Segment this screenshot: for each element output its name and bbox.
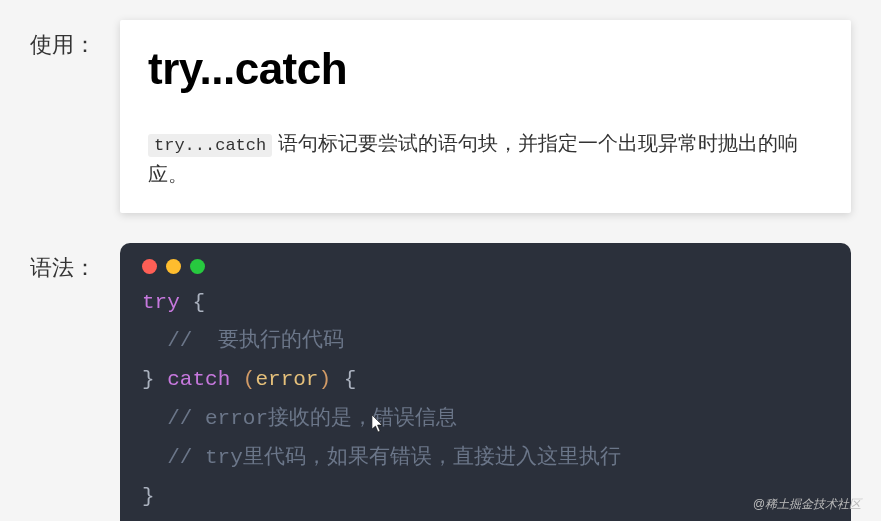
code-line-4: // error接收的是，错误信息 (142, 400, 829, 439)
code-line-3: } catch (error) { (142, 361, 829, 400)
close-icon (142, 259, 157, 274)
minimize-icon (166, 259, 181, 274)
window-controls (142, 259, 829, 274)
syntax-label: 语法： (30, 243, 120, 283)
code-line-6: } (142, 478, 829, 517)
usage-section: 使用： try...catch try...catch 语句标记要尝试的语句块，… (30, 20, 851, 213)
syntax-section: 语法： try { // 要执行的代码 } catch (error) { //… (30, 243, 851, 522)
code-line-2: // 要执行的代码 (142, 322, 829, 361)
code-line-1: try { (142, 284, 829, 323)
doc-description: try...catch 语句标记要尝试的语句块，并指定一个出现异常时抛出的响应。 (148, 128, 823, 189)
inline-code: try...catch (148, 134, 272, 157)
doc-title: try...catch (148, 44, 823, 94)
usage-label: 使用： (30, 20, 120, 60)
code-line-5: // try里代码，如果有错误，直接进入这里执行 (142, 439, 829, 478)
doc-card: try...catch try...catch 语句标记要尝试的语句块，并指定一… (120, 20, 851, 213)
watermark: @稀土掘金技术社区 (753, 496, 861, 513)
maximize-icon (190, 259, 205, 274)
code-block: try { // 要执行的代码 } catch (error) { // err… (120, 243, 851, 522)
